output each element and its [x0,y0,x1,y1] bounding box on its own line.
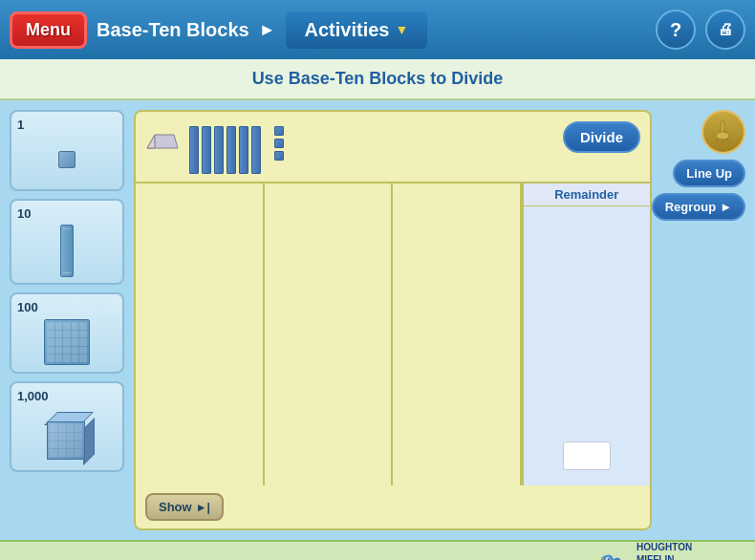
work-rods-display [189,126,261,174]
unit-block-shape [58,151,76,168]
svg-line-7 [726,139,729,142]
bottom-bar: HOUGHTON MIFFLIN HARCOURT School Publish… [0,540,755,560]
show-icon: ►| [196,501,210,514]
page-title: Use Base-Ten Blocks to Divide [252,69,504,88]
help-button[interactable]: ? [656,10,696,50]
block-item-10[interactable]: 10 [10,199,124,285]
block-label-10: 10 [17,206,31,221]
subtitle-bar: Use Base-Ten Blocks to Divide [0,59,755,100]
block-item-100[interactable]: 100 [10,292,124,374]
cube-block-shape [43,412,91,460]
rod-block-visual [17,225,117,277]
publisher-logo: HOUGHTON MIFFLIN HARCOURT School Publish… [594,541,740,560]
unit-block-visual [17,136,117,183]
cube-block-visual [17,407,117,464]
broom-button[interactable] [701,110,745,154]
division-col-3 [393,183,522,485]
work-rod-3 [214,126,224,174]
division-col-2 [265,183,394,485]
eraser-tool[interactable] [145,131,180,156]
lineup-button[interactable]: Line Up [673,160,745,187]
unit-dot-2 [274,139,284,148]
app-title: Base-Ten Blocks [97,19,249,41]
work-rod-6 [251,126,261,174]
regroup-arrow-icon: ► [720,200,732,214]
right-panel: Line Up Regroup ► [659,110,745,530]
remainder-column: Remainder [522,183,651,485]
print-button[interactable]: 🖨 [705,10,745,50]
work-rod-1 [189,126,199,174]
publisher-bird-icon [594,546,629,560]
work-rod-4 [226,126,236,174]
main-area: 1 10 100 [0,100,755,540]
divide-button[interactable]: Divide [563,121,640,153]
flat-block-shape [44,319,90,365]
flat-block-visual [17,318,117,366]
show-button[interactable]: Show ►| [145,493,224,521]
block-label-1: 1 [17,118,24,132]
regroup-button[interactable]: Regroup ► [652,193,745,221]
unit-dot-3 [274,151,284,161]
header: Menu Base-Ten Blocks ► Activities ▼ ? 🖨 [0,0,755,59]
work-bottom: Show ►| [136,485,650,528]
rod-block-shape [60,225,74,277]
menu-button[interactable]: Menu [10,11,87,49]
block-label-100: 100 [17,300,38,314]
work-area: Divide Remainder Show ►| [134,110,652,530]
breadcrumb-arrow: ► [259,20,276,40]
work-rod-2 [202,126,211,174]
activities-button[interactable]: Activities ▼ [286,11,428,49]
remainder-label: Remainder [524,183,651,206]
division-col-1 [136,183,265,485]
block-item-1[interactable]: 1 [10,110,124,191]
svg-line-5 [716,139,719,142]
division-columns: Remainder [136,182,650,485]
work-rod-5 [239,126,248,174]
unit-dots-display [274,126,284,161]
publisher-text: HOUGHTON MIFFLIN HARCOURT School Publish… [636,541,740,560]
dropdown-arrow-icon: ▼ [395,22,408,37]
block-item-1000[interactable]: 1,000 [10,381,124,472]
blocks-panel: 1 10 100 [10,110,124,530]
svg-marker-1 [147,135,155,148]
block-label-1000: 1,000 [17,389,49,403]
unit-dot-1 [274,126,284,136]
cube-front-face [47,421,85,460]
remainder-input[interactable] [563,442,611,470]
